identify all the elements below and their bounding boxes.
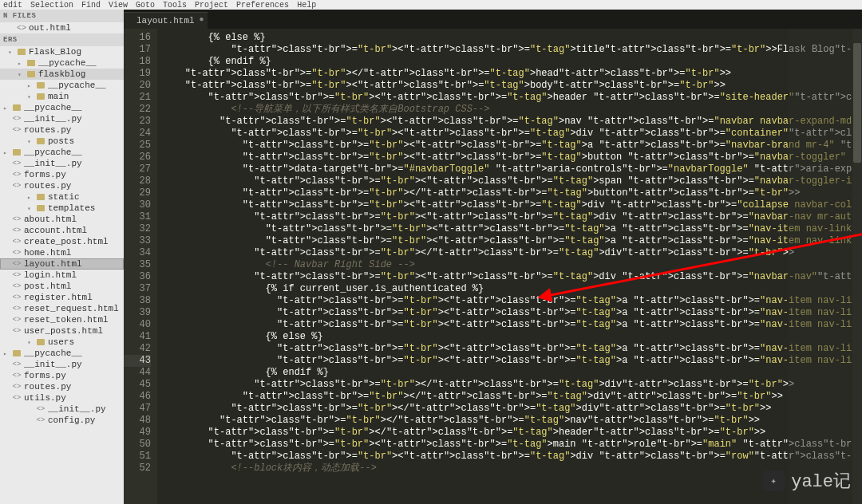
- code-line[interactable]: "t-attr">class"t-br">="t-br"><"t-attr">c…: [162, 451, 862, 463]
- folder-icon: [35, 338, 46, 347]
- folder-flask-blog[interactable]: Flask_Blog: [0, 46, 124, 57]
- tab-bar[interactable]: layout.html ●: [124, 10, 862, 29]
- file--init-py[interactable]: <>__init__.py: [0, 113, 124, 124]
- line-number: 50: [124, 439, 151, 451]
- tree-item-label: account.html: [24, 226, 124, 235]
- code-line[interactable]: <!--导航菜单，以下所有样式类名来自Bootstrap CSS-->: [162, 104, 862, 116]
- menu-preferences[interactable]: Preferences: [236, 1, 289, 10]
- code-line[interactable]: "t-attr">class"t-br">="t-br"><"t-attr">c…: [162, 175, 862, 187]
- menu-project[interactable]: Project: [195, 1, 228, 10]
- menu-help[interactable]: Help: [297, 1, 316, 10]
- open-file-item[interactable]: <> out.html: [0, 22, 124, 33]
- folder--pycache-[interactable]: __pycache__: [0, 80, 124, 91]
- file-utils-py[interactable]: <>utils.py: [0, 392, 124, 404]
- code-line[interactable]: "t-attr">class"t-br">="t-br"><"t-attr">c…: [162, 199, 862, 211]
- code-line[interactable]: "t-attr">class"t-br">="t-br"><"t-attr">c…: [162, 319, 862, 331]
- file-reset-request-html[interactable]: <>reset_request.html: [0, 303, 124, 314]
- code-line[interactable]: "t-attr">class"t-br">="t-br"><"t-attr">c…: [162, 355, 862, 367]
- file-login-html[interactable]: <>login.html: [0, 270, 124, 281]
- code-line[interactable]: "t-attr">class"t-br">="t-br"><"t-attr">c…: [162, 307, 862, 319]
- file-routes-py[interactable]: <>routes.py: [0, 381, 124, 392]
- file-config-py[interactable]: <>config.py: [0, 415, 124, 426]
- folder--pycache-[interactable]: __pycache__: [0, 348, 124, 359]
- folder--pycache-[interactable]: __pycache__: [0, 57, 124, 69]
- code-line[interactable]: {% else %}: [162, 331, 862, 343]
- file--init-py[interactable]: <>__init__.py: [0, 359, 124, 370]
- folder-users[interactable]: users: [0, 337, 124, 348]
- code-line[interactable]: <!-- Navbar Right Side -->: [162, 259, 862, 271]
- code-line[interactable]: "t-attr">class"t-br">="t-br"><"t-attr">c…: [162, 92, 862, 104]
- menu-goto[interactable]: Goto: [136, 1, 155, 10]
- menu-tools[interactable]: Tools: [163, 1, 187, 10]
- file--init-py[interactable]: <>__init__.py: [0, 158, 124, 169]
- tab-layout-html[interactable]: layout.html ●: [124, 12, 208, 29]
- code-line[interactable]: "t-attr">class"t-br">="t-br"><"t-attr">c…: [162, 152, 862, 163]
- folder-templates[interactable]: templates: [0, 203, 124, 214]
- code-line[interactable]: "t-attr">class"t-br">="t-br"></"t-attr">…: [162, 427, 862, 439]
- folder--pycache-[interactable]: __pycache__: [0, 102, 124, 113]
- file-routes-py[interactable]: <>routes.py: [0, 124, 124, 136]
- code-line[interactable]: "t-attr">class"t-br">="t-br"><"t-attr">c…: [162, 343, 862, 355]
- file-forms-py[interactable]: <>forms.py: [0, 370, 124, 381]
- code-line[interactable]: "t-attr">data-target"t-br">="#navbarTogg…: [162, 163, 862, 175]
- code-line[interactable]: "t-attr">class"t-br">="t-br"><"t-attr">c…: [162, 116, 862, 128]
- code-line[interactable]: "t-attr">class"t-br">="t-br"><"t-attr">c…: [162, 44, 862, 56]
- code-line[interactable]: {% if current_user.is_authenticated %}: [162, 283, 862, 295]
- code-line[interactable]: "t-attr">class"t-br">="t-br"><"t-attr">c…: [162, 235, 862, 247]
- code-line[interactable]: "t-attr">class"t-br">="t-br"></"t-attr">…: [162, 247, 862, 259]
- file-home-html[interactable]: <>home.html: [0, 247, 124, 258]
- disclosure-arrow-icon: [27, 93, 35, 100]
- file-account-html[interactable]: <>account.html: [0, 225, 124, 236]
- code-line[interactable]: {% else %}: [162, 32, 862, 44]
- vertical-scrollbar[interactable]: [852, 29, 862, 504]
- code-line[interactable]: "t-attr">class"t-br">="t-br"><"t-attr">c…: [162, 128, 862, 140]
- file--init-py[interactable]: <>__init__.py: [0, 404, 124, 415]
- file-reset-token-html[interactable]: <>reset_token.html: [0, 314, 124, 325]
- code-line[interactable]: "t-attr">class"t-br">="t-br"></"t-attr">…: [162, 391, 862, 403]
- tree-item-label: create_post.html: [24, 237, 124, 246]
- folder--pycache-[interactable]: __pycache__: [0, 147, 124, 158]
- code-line[interactable]: "t-attr">class"t-br">="t-br"><"t-attr">c…: [162, 439, 862, 451]
- tree-item-label: login.html: [24, 270, 124, 280]
- line-number: 29: [124, 187, 151, 199]
- folder-posts[interactable]: posts: [0, 136, 124, 147]
- file-user-posts-html[interactable]: <>user_posts.html: [0, 325, 124, 337]
- code-line[interactable]: "t-attr">class"t-br">="t-br"></"t-attr">…: [162, 187, 862, 199]
- code-line[interactable]: "t-attr">class"t-br">="t-br"><"t-attr">c…: [162, 295, 862, 307]
- code-line[interactable]: "t-attr">class"t-br">="t-br"></"t-attr">…: [162, 415, 862, 427]
- file-about-html[interactable]: <>about.html: [0, 214, 124, 225]
- folder-static[interactable]: static: [0, 191, 124, 203]
- folder-icon: [16, 48, 27, 57]
- code-line[interactable]: "t-attr">class"t-br">="t-br"><"t-attr">c…: [162, 271, 862, 283]
- menu-selection[interactable]: Selection: [30, 1, 73, 10]
- file-routes-py[interactable]: <>routes.py: [0, 180, 124, 191]
- line-number: 22: [124, 104, 151, 116]
- file-icon: <>: [11, 293, 22, 301]
- code-line[interactable]: {% endif %}: [162, 367, 862, 379]
- file-forms-py[interactable]: <>forms.py: [0, 169, 124, 180]
- code-line[interactable]: "t-attr">class"t-br">="t-br"><"t-attr">c…: [162, 211, 862, 223]
- code-area[interactable]: {% else %} "t-attr">class"t-br">="t-br">…: [157, 29, 862, 504]
- menu-bar[interactable]: editSelectionFindViewGotoToolsProjectPre…: [0, 0, 862, 10]
- file-post-html[interactable]: <>post.html: [0, 281, 124, 292]
- scroll-thumb[interactable]: [853, 43, 861, 163]
- code-line[interactable]: "t-attr">class"t-br">="t-br"><"t-attr">c…: [162, 223, 862, 235]
- minimap[interactable]: [789, 29, 852, 504]
- folder-main[interactable]: main: [0, 91, 124, 102]
- code-line[interactable]: "t-attr">class"t-br">="t-br"></"t-attr">…: [162, 68, 862, 80]
- code-line[interactable]: "t-attr">class"t-br">="t-br"></"t-attr">…: [162, 379, 862, 391]
- menu-edit[interactable]: edit: [3, 1, 22, 10]
- menu-view[interactable]: View: [109, 1, 128, 10]
- file-register-html[interactable]: <>register.html: [0, 292, 124, 303]
- line-number: 47: [124, 403, 151, 415]
- menu-find[interactable]: Find: [81, 1, 101, 10]
- code-line[interactable]: "t-attr">class"t-br">="t-br"><"t-attr">c…: [162, 80, 862, 92]
- code-line[interactable]: "t-attr">class"t-br">="t-br"></"t-attr">…: [162, 403, 862, 415]
- file-create-post-html[interactable]: <>create_post.html: [0, 236, 124, 247]
- code-line[interactable]: {% endif %}: [162, 56, 862, 68]
- folder-flaskblog[interactable]: flaskblog: [0, 69, 124, 80]
- code-line[interactable]: "t-attr">class"t-br">="t-br"><"t-attr">c…: [162, 140, 862, 152]
- file-layout-html[interactable]: <>layout.html: [0, 258, 124, 270]
- code-line[interactable]: <!--block块内容，动态加载-->: [162, 463, 862, 474]
- code-editor[interactable]: 1617181920212223242526272829303132333435…: [124, 29, 862, 504]
